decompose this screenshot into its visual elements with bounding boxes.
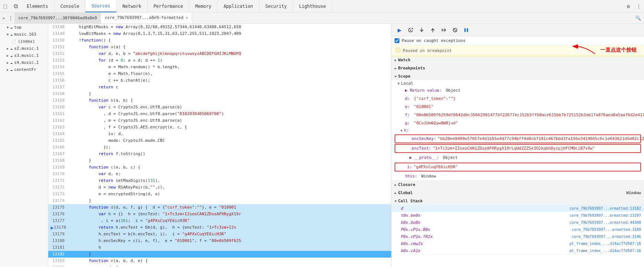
- step-into-button[interactable]: [417, 25, 426, 35]
- dock-icon[interactable]: ⬚: [0, 1, 10, 12]
- sidebar-label-index: (index): [18, 39, 35, 44]
- folder-icon2: ☁: [10, 32, 13, 37]
- breakpoint-arrow-icon: ▶: [50, 224, 53, 231]
- local-scope-header[interactable]: ▼ Local: [392, 80, 644, 86]
- pause-exceptions-label[interactable]: Pause on caught exceptions: [402, 38, 465, 43]
- resume-button[interactable]: ▶: [395, 25, 404, 35]
- callstack-fn-d: d: [401, 206, 403, 211]
- code-line-13182: 13182 }: [48, 251, 391, 258]
- breakpoints-section: ▶ Breakpoints: [392, 64, 644, 72]
- arrow-down-icon2: ▼: [7, 33, 9, 36]
- sidebar-toggle[interactable]: »: [0, 16, 7, 21]
- code-line-13184: 13184 var d, {: [48, 264, 391, 267]
- callstack-content: d core_79b7693997...ormatted:13182 t0x.b…: [392, 205, 644, 254]
- closure-header[interactable]: ▶ Closure: [392, 181, 644, 189]
- search-in-file-icon[interactable]: 🔍: [632, 16, 644, 21]
- settings-icon[interactable]: ⚙: [623, 1, 634, 12]
- more-files-icon[interactable]: ⋮: [7, 16, 14, 21]
- code-line-13162: 13162 , e = CryptoJS.enc.Utf8.parse(a): [48, 117, 391, 124]
- breakpoints-arrow-icon: ▶: [395, 66, 396, 70]
- tab-memory[interactable]: Memory: [189, 0, 218, 12]
- callstack-item-cmw2x[interactable]: b0x.cmw2x pt_frame_index_...d14ac77d507:…: [392, 240, 644, 247]
- step-out-button[interactable]: [428, 25, 438, 35]
- code-line-13163: 13163 , f = CryptoJS.AES.encrypt(e, c, {: [48, 124, 391, 131]
- pause-exceptions-button[interactable]: [461, 25, 471, 35]
- callstack-item-ca1x[interactable]: b0x.cA1x pt_frame_index_...d14ac77d507:1…: [392, 247, 644, 254]
- tab-security[interactable]: Security: [259, 0, 293, 12]
- code-line-13148: 13148 highBitMasks = new Array(0,32/68,4…: [48, 24, 391, 30]
- callstack-item-d[interactable]: d core_79b7693997...ormatted:13182: [392, 205, 644, 212]
- sidebar-item-music163[interactable]: ▼ ☁ music.163: [0, 31, 48, 38]
- code-line-13157: 13157 return c: [48, 84, 391, 91]
- responsive-icon[interactable]: ⧉: [10, 1, 21, 12]
- tab-elements[interactable]: Elements: [21, 0, 55, 12]
- annotation-text: 一直点这个按钮: [600, 47, 637, 53]
- breakpoint-status-text: Paused on breakpoint: [403, 48, 452, 53]
- tab-console[interactable]: Console: [55, 0, 86, 12]
- callstack-file-p0x-b0x: core_79b7693997...ormatted:3109: [572, 228, 641, 232]
- info-icon: ⓘ: [395, 47, 401, 54]
- code-line-13164: 13164 iv: d,: [48, 131, 391, 137]
- arrow-right-icon3: ▶: [7, 61, 9, 65]
- sidebar-item-top[interactable]: ▼ ☁ top: [0, 24, 48, 31]
- global-arrow-icon: ▶: [395, 191, 396, 195]
- callstack-header[interactable]: ▼ Call Stack: [392, 197, 644, 205]
- scope-h-header[interactable]: ▼ h:: [392, 127, 644, 134]
- callstack-item-t0x[interactable]: t0x.be0x core_79b7693997...ormatted:1329…: [392, 212, 644, 219]
- deactivate-breakpoints-button[interactable]: [450, 25, 460, 35]
- code-line-13168: 13168 }: [48, 157, 391, 164]
- tab-application[interactable]: Application: [218, 0, 259, 12]
- file-tab-2[interactable]: core_79b7693997...a8e9:formatted ✕: [101, 13, 192, 23]
- closure-section: ▶ Closure: [392, 181, 644, 189]
- breakpoints-header[interactable]: ▶ Breakpoints: [392, 64, 644, 72]
- more-icon[interactable]: ⋮: [634, 1, 644, 12]
- callstack-item-b0x[interactable]: b0x.bo0x core_79b7693997...ormatted:4434…: [392, 219, 644, 226]
- sidebar-item-s4[interactable]: ▶ ☁ s4.music.1: [0, 59, 48, 66]
- annotation-arrow-svg: [576, 45, 599, 56]
- code-line-13175: 13175 function d(d, e, f, g) { d = {"csr…: [48, 204, 391, 211]
- callstack-file-p0x-fr2x: core_79b7693997...ormatted:3146: [572, 235, 641, 239]
- chevron-icon: »: [2, 16, 5, 21]
- step-button[interactable]: [439, 25, 449, 35]
- tab-performance[interactable]: Performance: [148, 0, 189, 12]
- sidebar-item-s3[interactable]: ▶ ☁ s3.music.1: [0, 52, 48, 59]
- callstack-fn-cmw2x: b0x.cmw2x: [401, 241, 423, 246]
- scope-this: this: Window: [392, 172, 644, 180]
- sidebar-label-top: top: [14, 25, 22, 30]
- local-scope-label: Local: [401, 81, 413, 86]
- tab-sources[interactable]: Sources: [85, 0, 117, 12]
- scope-section: ▼ Scope ▼ Local ▶ Return value: Object: [392, 72, 644, 181]
- code-panel: 13148 highBitMasks = new Array(0,32/68,4…: [48, 24, 392, 267]
- watch-header[interactable]: ▶ Watch: [392, 56, 644, 64]
- callstack-item-p0x-b0x[interactable]: P0x.cP1x.B0x core_79b7693997...ormatted:…: [392, 226, 644, 233]
- callstack-item-p0x-fr2x[interactable]: P0x.cP1x.fR2x core_79b7693997...ormatted…: [392, 233, 644, 240]
- scope-return-value: ▶ Return value: Object: [392, 86, 644, 95]
- global-header[interactable]: ▶ Global Window: [392, 189, 644, 197]
- code-line-13173: 13173 e = encryptedString(d, a): [48, 191, 391, 197]
- svg-rect-6: [464, 28, 466, 32]
- code-line-13183: 13183 function e(a, b, d, e) {: [48, 258, 391, 264]
- pause-exceptions-checkbox[interactable]: [395, 38, 399, 43]
- devtools-tab-bar: ⬚ ⧉ Elements Console Sources Network Per…: [0, 0, 644, 13]
- code-line-13165: 13165 mode: CryptoJS.mode.CBC: [48, 137, 391, 144]
- step-over-button[interactable]: [406, 25, 415, 35]
- code-line-13153: 13153 for (d = 0; a > d; d += 1): [48, 57, 391, 64]
- close-tab-icon[interactable]: ✕: [186, 15, 188, 20]
- code-line-13149: 13149 lowBitMasks = new Array(0,1,3,7,15…: [48, 30, 391, 37]
- pause-on-caught-exceptions: Pause on caught exceptions: [392, 36, 644, 45]
- sidebar-item-s2[interactable]: ▶ ☁ s2.music.1: [0, 45, 48, 52]
- code-line-13178: ▶13178 return h.encText = Db(d, g), h = …: [48, 224, 391, 231]
- tab-lighthouse[interactable]: Lighthouse: [293, 0, 332, 12]
- scope-h-encseckey: encSecKey: "bb20ee9409e57057e4d1b55e4d77…: [395, 134, 641, 143]
- tab-network[interactable]: Network: [117, 0, 148, 12]
- callstack-fn-ca1x: b0x.cA1x: [401, 248, 420, 253]
- file-tab-1-label: core_79b7693997...38f9046ad9a8e9: [18, 16, 97, 20]
- scope-header[interactable]: ▼ Scope: [392, 72, 644, 80]
- folder-icon5: ☁: [10, 60, 13, 65]
- callstack-section: ▼ Call Stack d core_79b7693997...ormatte…: [392, 197, 644, 255]
- file-tab-1[interactable]: core_79b7693997...38f9046ad9a8e9: [14, 13, 101, 23]
- sidebar-item-contentfr[interactable]: ▶ ☁ contentFr: [0, 66, 48, 73]
- sidebar-item-index[interactable]: 📄 (index): [0, 38, 48, 45]
- file-tab-bar: » ⋮ core_79b7693997...38f9046ad9a8e9 cor…: [0, 13, 644, 24]
- code-line-13151: 13151 function a(a) {: [48, 44, 391, 50]
